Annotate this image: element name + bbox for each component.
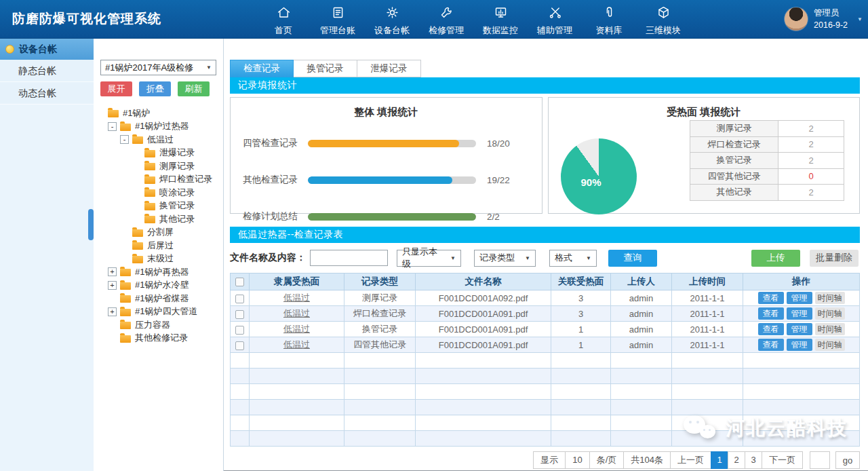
tree-node[interactable]: 末级过 [94,252,223,266]
view-button[interactable]: 查看 [758,307,784,320]
manage-button[interactable]: 管理 [787,323,812,335]
view-button[interactable]: 查看 [758,292,784,304]
tree-node[interactable]: 后屏过 [94,239,223,252]
tree-node[interactable]: #1锅炉水冷壁 [94,279,223,293]
sidebar: 设备台帐 静态台帐 动态台帐 [0,39,94,471]
row-checkbox[interactable] [235,310,244,319]
select-all-checkbox[interactable] [235,278,244,286]
stat-bar-row: 四管检查记录 18/20 [243,137,542,149]
tree-node[interactable]: 其他检修记录 [94,332,223,345]
folder-icon [132,136,143,144]
sidebar-item-dynamic-ledger[interactable]: 动态台帐 [0,82,94,105]
prev-page-button[interactable]: 上一页 [670,451,711,469]
equipment-tree: #1锅炉 #1锅炉过热器 低温过 泄爆记录 测厚记录 焊口检查记录 喷涂记录 换… [94,107,223,345]
nav-item-auxiliary[interactable]: 辅助管理 [528,1,582,37]
file-search-input[interactable] [310,250,388,266]
manage-button[interactable]: 管理 [787,307,812,320]
scope-select[interactable]: 只显示本级▼ [397,250,461,267]
nav-item-equipment[interactable]: 设备台帐 [365,1,419,37]
folder-icon [132,229,143,237]
surface-link[interactable]: 低温过 [283,324,310,334]
record-type-select[interactable]: 记录类型▼ [474,250,536,267]
manage-button[interactable]: 管理 [787,292,812,304]
page-number-button[interactable]: 1 [711,451,728,469]
row-checkbox[interactable] [235,295,244,303]
tree-node[interactable]: 喷涂记录 [94,186,223,200]
progress-value: 18/20 [487,138,510,149]
tree-node[interactable]: 低温过 [94,133,223,147]
overall-stats-panel: 整体 填报统计 四管检查记录 18/20 其他检查记录 19/22 检修计划总结 [230,97,542,214]
project-select[interactable]: #1锅炉2017年A级检修 ▼ [100,60,216,75]
sidebar-item-static-ledger[interactable]: 静态台帐 [0,60,94,82]
tab-tube-replacement-records[interactable]: 换管记录 [294,60,357,77]
view-button[interactable]: 查看 [758,323,784,335]
page-number-button[interactable]: 3 [745,451,762,469]
collapse-button[interactable]: 折叠 [139,81,171,96]
nav-item-monitoring[interactable]: 数据监控 [473,1,528,37]
row-checkbox[interactable] [235,341,244,350]
tree-node[interactable]: #1锅炉四大管道 [94,305,223,319]
tab-inspection-records[interactable]: 检查记录 [230,60,294,77]
folder-icon [144,176,155,184]
tree-node[interactable]: #1锅炉省煤器 [94,292,223,305]
table-row-empty [231,353,860,369]
panel-splitter-handle[interactable] [88,209,94,240]
search-button[interactable]: 查询 [608,250,657,267]
collapse-toggle-icon[interactable] [108,122,117,131]
table-row: 测厚记录2 [690,121,844,137]
stat-bar-row: 其他检查记录 19/22 [243,174,542,186]
tree-node[interactable]: 压力容器 [94,318,223,332]
refresh-button[interactable]: 刷新 [178,81,210,96]
folder-icon [120,269,131,276]
surface-link[interactable]: 低温过 [283,293,310,303]
upload-button[interactable]: 上传 [751,250,800,267]
timeline-button[interactable]: 时间轴 [815,307,845,320]
expand-toggle-icon[interactable] [108,307,117,316]
next-page-button[interactable]: 下一页 [762,451,803,469]
nav-item-3d[interactable]: 三维模块 [636,1,690,37]
pager-display-label: 显示 [533,451,566,469]
format-select[interactable]: 格式▼ [549,250,597,267]
expand-button[interactable]: 展开 [100,81,132,96]
nav-item-ledger[interactable]: 管理台账 [311,1,365,37]
manage-button[interactable]: 管理 [787,339,812,351]
row-checkbox[interactable] [235,326,244,335]
chevron-down-icon[interactable]: ▼ [857,16,863,22]
view-button[interactable]: 查看 [758,339,784,351]
tree-node[interactable]: 泄爆记录 [94,147,223,160]
tree-node[interactable]: 测厚记录 [94,159,223,173]
expand-toggle-icon[interactable] [108,267,117,276]
tree-node[interactable]: 焊口检查记录 [94,173,223,187]
nav-item-library[interactable]: 资料库 [582,1,636,37]
tree-node[interactable]: 其他记录 [94,212,223,226]
tree-node[interactable]: #1锅炉 [94,107,223,120]
document-icon [331,5,345,22]
tree-node[interactable]: 换管记录 [94,200,223,213]
tree-node[interactable]: #1锅炉再热器 [94,265,223,279]
timeline-button[interactable]: 时间轴 [815,323,845,335]
folder-icon [144,189,155,197]
tree-node[interactable]: 分割屏 [94,226,223,240]
go-button[interactable]: go [835,451,860,469]
tab-explosion-records[interactable]: 泄爆记录 [357,60,421,77]
progress-fill [308,140,459,147]
nav-item-maintenance[interactable]: 检修管理 [419,1,473,37]
batch-delete-button[interactable]: 批量删除 [810,250,859,267]
nav-item-home[interactable]: 首页 [256,1,311,37]
table-row-empty [231,415,860,431]
page-jump-input[interactable] [810,451,830,469]
pager-unit-label: 条/页 [589,451,625,469]
user-menu[interactable]: 管理员 2016-9-2 ▼ [784,7,863,31]
tree-node[interactable]: #1锅炉过热器 [94,120,223,134]
expand-toggle-icon[interactable] [108,281,117,290]
timeline-button[interactable]: 时间轴 [815,339,845,351]
collapse-toggle-icon[interactable] [120,135,129,144]
surface-link[interactable]: 低温过 [283,339,310,350]
pie-chart: 90% [561,138,637,214]
sidebar-header-equipment-ledger[interactable]: 设备台帐 [0,39,94,60]
folder-icon [120,322,131,329]
surface-link[interactable]: 低温过 [283,308,310,318]
timeline-button[interactable]: 时间轴 [815,292,845,304]
folder-icon [120,295,131,303]
page-number-button[interactable]: 2 [728,451,745,469]
